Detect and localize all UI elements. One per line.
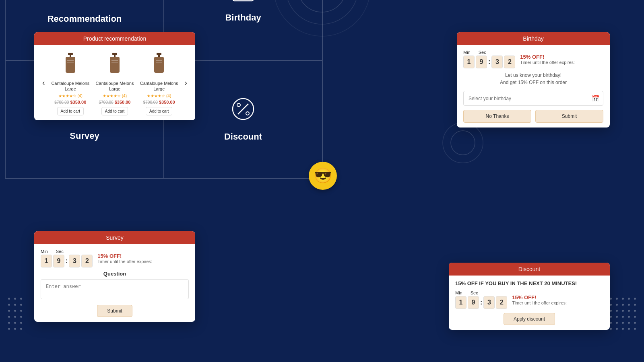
birthday-message: Let us know your birthday! And get 15% O… <box>463 72 603 86</box>
svg-rect-30 <box>156 62 162 63</box>
survey-digit-1: 1 <box>41 255 52 267</box>
quadrant-recommendation-label: Recommendation <box>47 14 122 24</box>
birthday-date-input[interactable] <box>464 93 588 105</box>
svg-rect-29 <box>156 60 162 61</box>
products-list: Cantaloupe Melons Large ★★★★☆ (4) $700.0… <box>50 50 180 115</box>
product-image-1 <box>58 50 83 78</box>
discount-timer-section: Min Sec 1 9 : 3 2 15% OFF! Timer until t… <box>455 290 603 309</box>
svg-line-13 <box>238 104 248 114</box>
survey-submit-button[interactable]: Submit <box>97 305 132 317</box>
svg-rect-24 <box>111 60 118 61</box>
discount-card-header: Discount <box>449 263 610 276</box>
apply-discount-button[interactable]: Apply discount <box>504 313 555 325</box>
calendar-icon-button[interactable]: 📅 <box>588 91 603 105</box>
discount-offer-subtext: Timer until the offer expires: <box>512 300 567 305</box>
birthday-card-header: Birthday <box>457 32 610 45</box>
discount-timer-colon: : <box>480 299 482 306</box>
quadrant-survey-label: Survey <box>70 131 99 141</box>
svg-rect-23 <box>110 57 120 73</box>
svg-point-15 <box>246 112 249 115</box>
birthday-submit-button[interactable]: Submit <box>535 110 603 123</box>
birthday-timer-labels: Min Sec <box>463 50 515 55</box>
product-item-3: Cantaloupe Melons Large ★★★★☆ (4) $700.0… <box>138 50 180 115</box>
product-stars-2: ★★★★☆ (4) <box>94 94 135 98</box>
birthday-icon <box>231 0 255 6</box>
product-price-old-2: $700.00 <box>99 100 114 105</box>
quadrant-discount-label: Discount <box>224 132 262 142</box>
discount-timer: Min Sec 1 9 : 3 2 <box>455 290 507 309</box>
add-to-cart-button-1[interactable]: Add to cart <box>57 107 84 115</box>
product-name-1: Cantaloupe Melons Large <box>50 80 91 92</box>
discount-offer-info: 15% OFF! Timer until the offer expires: <box>512 294 567 305</box>
product-name-3: Cantaloupe Melons Large <box>138 80 180 92</box>
recommendation-icon <box>72 0 97 7</box>
birthday-timer: Min Sec 1 9 : 3 2 <box>463 50 515 68</box>
product-item-1: Cantaloupe Melons Large ★★★★☆ (4) $700.0… <box>50 50 91 115</box>
center-emoji: 😎 <box>309 162 337 190</box>
svg-rect-18 <box>66 57 75 73</box>
svg-rect-6 <box>233 0 253 1</box>
product-price-old-1: $700.00 <box>54 100 69 105</box>
survey-card-body: Min Sec 1 9 : 3 2 15% OFF! Timer until t… <box>34 244 195 322</box>
survey-timer-digits: 1 9 : 3 2 <box>41 255 93 267</box>
birthday-timer-section: Min Sec 1 9 : 3 2 15% OFF! Timer until t… <box>463 50 603 68</box>
quadrant-birthday-label: Birthday <box>225 12 261 23</box>
survey-timer-colon: : <box>66 257 68 265</box>
no-thanks-button[interactable]: No Thanks <box>463 110 531 123</box>
discount-icon <box>231 97 255 125</box>
carousel-next-button[interactable]: › <box>183 76 189 89</box>
svg-rect-27 <box>158 53 160 57</box>
svg-rect-19 <box>67 60 74 61</box>
discount-timer-labels: Min Sec <box>455 290 507 295</box>
birthday-offer-text: 15% OFF! <box>520 54 575 60</box>
question-label: Question <box>41 271 189 277</box>
discount-headline: 15% OFF IF YOU BUY IN THE NEXT 20 MINUTE… <box>455 280 603 286</box>
product-name-2: Cantaloupe Melons Large <box>94 80 135 92</box>
survey-digit-4: 2 <box>81 255 93 267</box>
birthday-offer-info: 15% OFF! Timer until the offer expires: <box>520 54 575 65</box>
birthday-card: Birthday Min Sec 1 9 : 3 2 15% OFF! Time… <box>457 32 610 128</box>
survey-offer-info: 15% OFF! Timer until the offer expires: <box>97 253 152 264</box>
svg-rect-20 <box>67 62 74 63</box>
recommendation-card: Product recommendation ‹ <box>34 32 195 120</box>
add-to-cart-button-3[interactable]: Add to cart <box>146 107 172 115</box>
recommendation-card-body: ‹ Cantaloupe Melons Large ★★★★☆ <box>34 45 195 120</box>
survey-offer-text: 15% OFF! <box>97 253 152 259</box>
discount-card: Discount 15% OFF IF YOU BUY IN THE NEXT … <box>449 263 610 330</box>
discount-digit-4: 2 <box>496 296 507 309</box>
survey-timer-labels: Min Sec <box>41 249 93 254</box>
survey-timer: Min Sec 1 9 : 3 2 <box>41 249 93 267</box>
product-price-old-3: $700.00 <box>143 100 158 105</box>
birthday-actions: No Thanks Submit <box>463 110 603 123</box>
discount-digit-3: 3 <box>483 296 495 309</box>
product-price-new-2: $350.00 <box>115 100 131 105</box>
dot-grid-left <box>8 298 22 330</box>
birthday-input-row: 📅 <box>463 91 603 106</box>
svg-rect-17 <box>70 53 71 57</box>
birthday-card-body: Min Sec 1 9 : 3 2 15% OFF! Timer until t… <box>457 45 610 128</box>
product-price-new-1: $350.00 <box>70 100 87 105</box>
product-image-2 <box>103 50 127 78</box>
svg-point-31 <box>451 131 475 155</box>
birthday-digit-3: 3 <box>491 56 503 68</box>
svg-point-14 <box>237 103 240 107</box>
birthday-digit-4: 2 <box>504 56 515 68</box>
birthday-digit-2: 9 <box>476 56 487 68</box>
survey-offer-subtext: Timer until the offer expires: <box>97 259 152 264</box>
recommendation-card-header: Product recommendation <box>34 32 195 45</box>
birthday-timer-digits: 1 9 : 3 2 <box>463 56 515 68</box>
discount-offer-text: 15% OFF! <box>512 294 567 300</box>
svg-rect-28 <box>154 57 164 73</box>
carousel-prev-button[interactable]: ‹ <box>41 76 47 89</box>
product-stars-3: ★★★★☆ (4) <box>138 94 180 98</box>
product-carousel: ‹ Cantaloupe Melons Large ★★★★☆ <box>41 50 189 115</box>
svg-rect-25 <box>111 62 118 63</box>
birthday-digit-1: 1 <box>463 56 475 68</box>
add-to-cart-button-2[interactable]: Add to cart <box>101 107 128 115</box>
answer-input[interactable] <box>41 279 189 299</box>
discount-card-body: 15% OFF IF YOU BUY IN THE NEXT 20 MINUTE… <box>449 276 610 330</box>
discount-digit-2: 9 <box>468 296 479 309</box>
survey-card: Survey Min Sec 1 9 : 3 2 15% OFF! Timer … <box>34 231 195 322</box>
svg-rect-22 <box>114 53 116 57</box>
svg-point-32 <box>443 123 483 163</box>
